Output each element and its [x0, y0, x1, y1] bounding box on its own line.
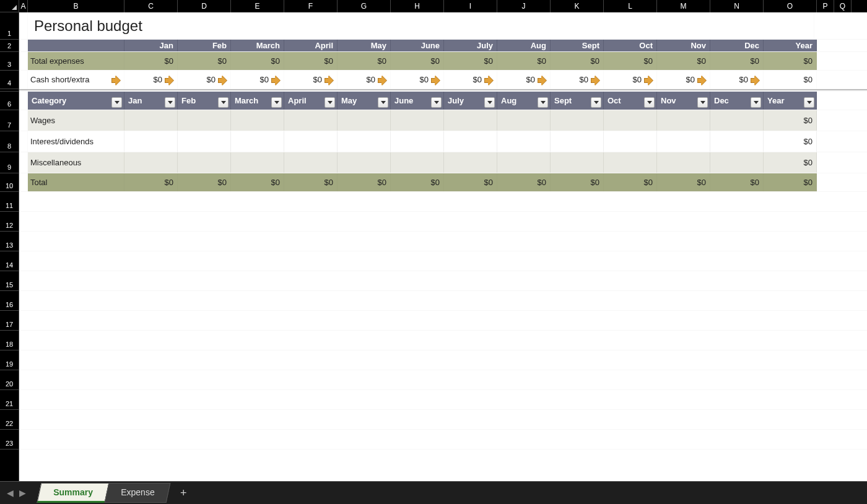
- empty-row[interactable]: [19, 212, 867, 232]
- cash-short-extra-oct[interactable]: $0: [604, 71, 657, 89]
- category-cell[interactable]: [338, 110, 391, 131]
- col-header-F[interactable]: F: [284, 0, 338, 12]
- category-cell[interactable]: [124, 131, 178, 152]
- cell-A3[interactable]: [19, 52, 28, 70]
- category-name[interactable]: Miscellaneous: [28, 152, 124, 173]
- cash-short-extra-july[interactable]: $0: [444, 71, 497, 89]
- month-header-july[interactable]: July: [444, 40, 497, 51]
- cell-A4[interactable]: [19, 71, 28, 89]
- filter-dropdown-icon[interactable]: [165, 97, 175, 108]
- col-header-I[interactable]: I: [444, 0, 497, 12]
- row-header-3[interactable]: 3: [0, 52, 19, 71]
- cash-short-extra-april[interactable]: $0: [284, 71, 338, 89]
- category-cell[interactable]: [231, 110, 284, 131]
- category-cell[interactable]: [604, 131, 657, 152]
- total-oct[interactable]: $0: [604, 173, 657, 191]
- filter-dropdown-icon[interactable]: [751, 97, 761, 108]
- category-cell[interactable]: [231, 152, 284, 173]
- cash-short-extra-year[interactable]: $0: [764, 71, 817, 89]
- filter-dropdown-icon[interactable]: [644, 97, 655, 108]
- total-sept[interactable]: $0: [551, 173, 604, 191]
- col-header-L[interactable]: L: [604, 0, 657, 12]
- col-header-A[interactable]: A: [19, 0, 28, 12]
- row-header-19[interactable]: 19: [0, 350, 19, 370]
- row-header-22[interactable]: 22: [0, 410, 19, 430]
- col-header-O[interactable]: O: [764, 0, 817, 12]
- category-cell[interactable]: [710, 131, 764, 152]
- filter-dropdown-icon[interactable]: [591, 97, 601, 108]
- cash-short-extra-label-cell[interactable]: Cash short/extra: [28, 71, 124, 89]
- category-cell[interactable]: [338, 131, 391, 152]
- category-cell[interactable]: [178, 152, 231, 173]
- cell-A6[interactable]: [19, 92, 28, 110]
- empty-row[interactable]: [19, 251, 867, 271]
- grid-area[interactable]: Personal budget JanFebMarchAprilMayJuneJ…: [19, 12, 867, 481]
- row-header-12[interactable]: 12: [0, 212, 19, 232]
- row-header-2[interactable]: 2: [0, 40, 19, 52]
- category-name[interactable]: Wages: [28, 110, 124, 131]
- total-dec[interactable]: $0: [710, 173, 764, 191]
- category-cell[interactable]: [710, 110, 764, 131]
- category-cell[interactable]: [444, 152, 497, 173]
- category-cell[interactable]: [604, 110, 657, 131]
- total-expenses-june[interactable]: $0: [391, 52, 444, 70]
- total-expenses-nov[interactable]: $0: [657, 52, 710, 70]
- month-header-dec[interactable]: Dec: [710, 40, 764, 51]
- empty-row[interactable]: [19, 311, 867, 331]
- cell-A10[interactable]: [19, 173, 28, 191]
- category-cell[interactable]: $0: [764, 110, 817, 131]
- row-header-13[interactable]: 13: [0, 232, 19, 251]
- month-header-nov[interactable]: Nov: [657, 40, 710, 51]
- category-cell[interactable]: [551, 131, 604, 152]
- category-cell[interactable]: $0: [764, 152, 817, 173]
- filter-header-oct[interactable]: Oct: [604, 92, 657, 110]
- tab-nav-next-icon[interactable]: ▶: [16, 488, 28, 498]
- col-header-B[interactable]: B: [28, 0, 124, 12]
- month-header-june[interactable]: June: [391, 40, 444, 51]
- total-april[interactable]: $0: [284, 173, 338, 191]
- total-expenses-july[interactable]: $0: [444, 52, 497, 70]
- month-header-year[interactable]: Year: [764, 40, 817, 51]
- header-blank[interactable]: [28, 40, 124, 51]
- filter-header-march[interactable]: March: [231, 92, 284, 110]
- cash-short-extra-sept[interactable]: $0: [551, 71, 604, 89]
- filter-dropdown-icon[interactable]: [804, 97, 814, 108]
- category-cell[interactable]: [604, 152, 657, 173]
- filter-header-july[interactable]: July: [444, 92, 497, 110]
- col-header-M[interactable]: M: [657, 0, 710, 12]
- total-nov[interactable]: $0: [657, 173, 710, 191]
- total-expenses-feb[interactable]: $0: [178, 52, 231, 70]
- cash-short-extra-feb[interactable]: $0: [178, 71, 231, 89]
- filter-dropdown-icon[interactable]: [538, 97, 548, 108]
- category-cell[interactable]: [551, 110, 604, 131]
- row-header-1[interactable]: 1: [0, 12, 19, 40]
- row-header-11[interactable]: 11: [0, 192, 19, 212]
- filter-header-april[interactable]: April: [284, 92, 338, 110]
- total-expenses-sept[interactable]: $0: [551, 52, 604, 70]
- col-header-D[interactable]: D: [178, 0, 231, 12]
- cash-short-extra-june[interactable]: $0: [391, 71, 444, 89]
- filter-header-june[interactable]: June: [391, 92, 444, 110]
- total-expenses-jan[interactable]: $0: [124, 52, 178, 70]
- filter-header-feb[interactable]: Feb: [178, 92, 231, 110]
- filter-header-aug[interactable]: Aug: [497, 92, 551, 110]
- row-header-4[interactable]: 4: [0, 71, 19, 89]
- month-header-may[interactable]: May: [338, 40, 391, 51]
- row-header-8[interactable]: 8: [0, 131, 19, 152]
- empty-row[interactable]: [19, 331, 867, 350]
- sheet-tab-summary[interactable]: Summary: [37, 483, 110, 503]
- month-header-aug[interactable]: Aug: [497, 40, 551, 51]
- cash-short-extra-may[interactable]: $0: [338, 71, 391, 89]
- month-header-march[interactable]: March: [231, 40, 284, 51]
- total-expenses-aug[interactable]: $0: [497, 52, 551, 70]
- col-header-E[interactable]: E: [231, 0, 284, 12]
- category-cell[interactable]: [338, 152, 391, 173]
- category-cell[interactable]: [497, 152, 551, 173]
- total-aug[interactable]: $0: [497, 173, 551, 191]
- empty-row[interactable]: [19, 430, 867, 450]
- empty-row[interactable]: [19, 350, 867, 370]
- col-header-C[interactable]: C: [124, 0, 178, 12]
- total-expenses-may[interactable]: $0: [338, 52, 391, 70]
- empty-row[interactable]: [19, 410, 867, 430]
- empty-row[interactable]: [19, 390, 867, 410]
